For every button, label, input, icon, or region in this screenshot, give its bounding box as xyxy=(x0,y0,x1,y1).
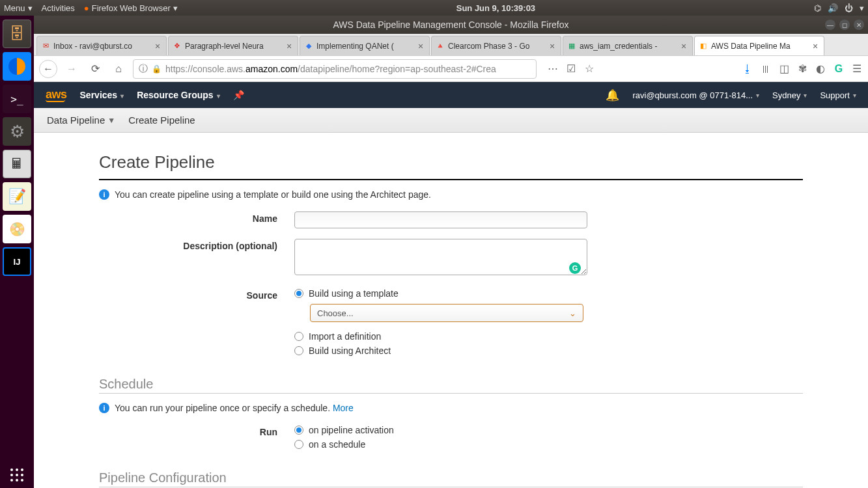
launcher-terminal-icon[interactable]: >_ xyxy=(3,85,31,113)
tab-paragraph-neural[interactable]: ❖ Paragraph-level Neura × xyxy=(168,36,298,55)
ubuntu-current-app[interactable]: ● Firefox Web Browser ▾ xyxy=(84,3,178,13)
close-icon[interactable]: × xyxy=(679,42,688,51)
url-bar[interactable]: ⓘ 🔒 https://console.aws.amazon.com/datap… xyxy=(133,59,537,79)
aws-nav-pin-icon[interactable]: 📌 xyxy=(233,90,244,100)
ubuntu-menu[interactable]: Menu ▾ xyxy=(4,3,33,13)
info-banner: i You can create pipeline using a templa… xyxy=(99,189,803,200)
nav-reload-button[interactable]: ⟳ xyxy=(86,60,104,78)
aws-account-menu[interactable]: ravi@qburst.com @ 0771-814...▾ xyxy=(632,90,759,100)
launcher-app-icon[interactable]: 📀 xyxy=(3,215,31,243)
close-icon[interactable]: × xyxy=(811,42,820,51)
volume-icon[interactable]: 🔊 xyxy=(828,3,838,13)
source-option-import[interactable]: Import a definition xyxy=(294,331,587,342)
ubuntu-launcher: 🗄 >_ ⚙ 🖩 📝 📀 IJ xyxy=(0,16,34,488)
page-title: Create Pipeline xyxy=(99,152,803,172)
launcher-firefox-icon[interactable] xyxy=(3,52,31,81)
info-icon: i xyxy=(99,189,109,200)
chevron-down-icon: ⌄ xyxy=(569,308,576,318)
grammarly-toolbar-icon[interactable]: G xyxy=(833,63,845,75)
schedule-more-link[interactable]: More xyxy=(333,403,354,413)
aws-subnav-product[interactable]: Data Pipeline ▼ xyxy=(47,115,115,126)
aws-header: aws Services Resource Groups 📌 🔔 ravi@qb… xyxy=(34,82,868,108)
window-close-button[interactable]: ✕ xyxy=(854,20,864,30)
pipeline-config-heading: Pipeline Configuration xyxy=(99,470,803,485)
aws-logo[interactable]: aws xyxy=(46,88,67,102)
panel-clock: Sun Jun 9, 10:39:03 xyxy=(178,3,814,13)
template-select[interactable]: Choose... ⌄ xyxy=(310,304,583,322)
name-input[interactable] xyxy=(294,211,587,228)
bookmark-star-icon[interactable]: ☆ xyxy=(583,63,595,75)
gmail-icon: ✉ xyxy=(41,42,50,51)
window-maximize-button[interactable]: ◻ xyxy=(839,20,850,30)
window-title: AWS Data Pipeline Management Console - M… xyxy=(333,20,568,30)
tab-qanet[interactable]: ◆ Implementing QANet ( × xyxy=(300,36,430,55)
tab-clearcom-drive[interactable]: 🔺 Clearcom Phase 3 - Go × xyxy=(431,36,561,55)
downloads-icon[interactable]: ⭳ xyxy=(742,63,753,75)
aws-nav-resource-groups[interactable]: Resource Groups xyxy=(137,90,219,100)
chevron-down-icon: ▼ xyxy=(107,116,115,125)
ubuntu-top-panel: Menu ▾ Activities ● Firefox Web Browser … xyxy=(0,0,868,16)
radio-icon xyxy=(294,426,303,435)
radio-icon xyxy=(294,440,303,449)
sidebar-icon[interactable]: ◫ xyxy=(778,63,790,75)
run-option-schedule[interactable]: on a schedule xyxy=(294,439,587,450)
lock-icon: 🔒 xyxy=(152,64,161,74)
system-menu-caret-icon[interactable]: ▾ xyxy=(860,3,864,13)
launcher-intellij-icon[interactable]: IJ xyxy=(3,247,31,276)
radio-icon xyxy=(294,332,303,341)
close-icon[interactable]: × xyxy=(153,42,162,51)
page-action-icon[interactable]: ⋯ xyxy=(547,63,559,75)
close-icon[interactable]: × xyxy=(548,42,557,51)
close-icon[interactable]: × xyxy=(285,42,294,51)
reader-mode-icon[interactable]: ☑ xyxy=(565,63,577,75)
launcher-settings-icon[interactable]: ⚙ xyxy=(3,117,31,146)
grammarly-icon[interactable]: G xyxy=(569,262,581,274)
nav-back-button[interactable]: ← xyxy=(39,60,57,78)
aws-subnav-page[interactable]: Create Pipeline xyxy=(128,115,195,126)
nav-home-button[interactable]: ⌂ xyxy=(109,60,128,78)
aws-nav-services[interactable]: Services xyxy=(80,90,124,100)
launcher-calculator-icon[interactable]: 🖩 xyxy=(3,150,31,178)
ubuntu-activities[interactable]: Activities xyxy=(42,3,75,13)
run-label: Run xyxy=(99,425,294,454)
description-textarea[interactable] xyxy=(294,239,587,275)
tab-aws-datapipeline[interactable]: ◧ AWS Data Pipeline Ma × xyxy=(694,36,824,55)
window-minimize-button[interactable]: — xyxy=(825,20,835,30)
launcher-texteditor-icon[interactable]: 📝 xyxy=(3,182,31,211)
firefox-toolbar: ← → ⟳ ⌂ ⓘ 🔒 https://console.aws.amazon.c… xyxy=(34,56,868,82)
library-icon[interactable]: ⫼ xyxy=(760,63,772,75)
aws-subnav: Data Pipeline ▼ Create Pipeline xyxy=(34,108,868,133)
schedule-heading: Schedule xyxy=(99,377,803,392)
power-icon[interactable]: ⏻ xyxy=(845,3,853,13)
schedule-info: i You can run your pipeline once or spec… xyxy=(99,403,803,413)
extension-icon[interactable]: ✾ xyxy=(796,63,808,75)
aws-region-menu[interactable]: Sydney▾ xyxy=(772,90,807,100)
info-icon: i xyxy=(99,403,109,413)
aws-support-menu[interactable]: Support▾ xyxy=(820,90,856,100)
source-label: Source xyxy=(99,288,294,360)
close-icon[interactable]: × xyxy=(416,42,425,51)
launcher-show-apps-icon[interactable] xyxy=(10,468,23,481)
tab-inbox[interactable]: ✉ Inbox - ravi@qburst.co × xyxy=(36,36,167,55)
extension-icon-2[interactable]: ◐ xyxy=(815,63,826,75)
info-icon[interactable]: ⓘ xyxy=(139,63,148,75)
firefox-menu-icon[interactable]: ☰ xyxy=(851,63,863,75)
radio-icon xyxy=(294,346,303,355)
source-option-architect[interactable]: Build using Architect xyxy=(294,346,587,356)
run-option-activation[interactable]: on pipeline activation xyxy=(294,425,587,435)
firefox-indicator-icon: ● xyxy=(84,3,89,13)
launcher-files-icon[interactable]: 🗄 xyxy=(3,20,31,48)
source-option-template[interactable]: Build using a template xyxy=(294,288,587,299)
page-icon: ❖ xyxy=(173,42,182,51)
aws-icon: ◧ xyxy=(699,42,708,51)
firefox-tab-strip: ✉ Inbox - ravi@qburst.co × ❖ Paragraph-l… xyxy=(34,34,868,56)
page-icon: ◆ xyxy=(304,42,313,51)
radio-icon xyxy=(294,289,303,298)
description-label: Description (optional) xyxy=(99,239,294,278)
network-icon[interactable]: ⌬ xyxy=(814,3,821,13)
gsheets-icon: ▦ xyxy=(567,42,576,51)
aws-content[interactable]: Create Pipeline i You can create pipelin… xyxy=(34,133,868,488)
aws-notifications-icon[interactable]: 🔔 xyxy=(606,88,619,102)
nav-forward-button: → xyxy=(63,60,81,78)
tab-iam-credentials[interactable]: ▦ aws_iam_credentials - × xyxy=(563,36,693,55)
